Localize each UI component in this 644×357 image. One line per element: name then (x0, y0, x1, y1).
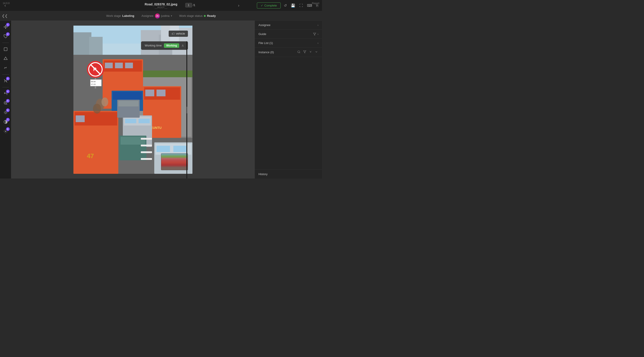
assignee-pill[interactable]: Ju justina ▾ (155, 14, 172, 18)
status-item: Work stage status Ready (179, 14, 216, 18)
complete-button[interactable]: ✓ Complete (257, 2, 281, 8)
svg-rect-46 (145, 90, 154, 96)
panel-resize-handle[interactable] (186, 41, 187, 178)
assignee-header-right: › (318, 24, 318, 27)
svg-rect-35 (76, 116, 85, 122)
assignee-header[interactable]: Assignee › (255, 21, 322, 30)
move-tool[interactable]: 1 (2, 23, 10, 31)
vehicle-tag-label: vehicle (176, 32, 185, 35)
instance-search-button[interactable] (297, 50, 301, 54)
main-layout: 1 2 (0, 21, 322, 178)
canvas-area: 47 SIGEUNTU (11, 21, 255, 178)
topbar-right: ✓ Complete ↺ 💾 ⛶ ⌨ ⎘ (257, 2, 319, 8)
save-icon[interactable]: 💾 (290, 2, 296, 8)
svg-point-9 (5, 112, 6, 114)
page-info: /1 (185, 3, 195, 8)
fullscreen-icon[interactable]: ⛶ (298, 3, 304, 8)
instance-section: Instance (0) (255, 48, 322, 57)
guide-section: Guide › (255, 30, 322, 38)
main-image[interactable]: 47 SIGEUNTU (74, 26, 192, 174)
avatar: Ju (155, 14, 160, 18)
instance-header-right (297, 50, 318, 54)
resize-grip (186, 107, 187, 114)
svg-point-75 (102, 98, 108, 106)
chevron-down-icon: ▾ (171, 14, 172, 17)
svg-marker-76 (313, 33, 316, 35)
filter-settings-tool[interactable]: 8 (2, 127, 10, 136)
polygon-tool[interactable] (2, 54, 10, 63)
status-value: Ready (207, 14, 216, 18)
status-dot-icon (204, 15, 206, 17)
page-input[interactable] (185, 3, 192, 8)
version-label: 14.0.0 (3, 2, 10, 4)
report-label: Report (312, 2, 319, 4)
svg-text:06-09: 06-09 (91, 80, 96, 83)
topbar: 14.0.0 Report ‹ Road_028378_02.jpeg __RO… (0, 0, 322, 11)
history-icon[interactable]: ↺ (283, 2, 288, 8)
root-label: __ROOT__ (155, 6, 167, 9)
polyline-tool[interactable] (2, 64, 10, 72)
zoom-tool[interactable]: 5 (2, 99, 10, 107)
status-label: Work stage status (179, 14, 202, 18)
guide-chevron-icon: › (318, 32, 318, 36)
fill-tool[interactable]: 3 (2, 77, 10, 85)
page-total: /1 (193, 3, 195, 7)
assignee-label: Assignee (142, 14, 153, 18)
next-button[interactable]: › (236, 2, 241, 9)
assignee-title: Assignee (258, 23, 270, 27)
svg-rect-55 (156, 146, 170, 152)
instance-header: Instance (0) (255, 48, 322, 57)
instance-settings-button[interactable] (308, 50, 312, 54)
file-list-header[interactable]: File List (1) › (255, 38, 322, 48)
collapse-sidebar-button[interactable]: ❮❮ (2, 14, 8, 18)
assignee-section: Assignee › (255, 21, 322, 30)
tool-badge-8: 8 (6, 127, 10, 131)
svg-line-16 (4, 114, 4, 114)
svg-line-13 (6, 114, 7, 114)
check-icon: ✓ (261, 4, 263, 7)
svg-marker-4 (4, 57, 7, 60)
tool-badge-6: 6 (6, 108, 10, 112)
rect-tool[interactable] (2, 45, 10, 53)
separator-1 (2, 43, 9, 43)
svg-point-77 (298, 51, 300, 53)
instance-filter-button[interactable] (303, 50, 307, 54)
filter-icon (313, 32, 316, 36)
svg-line-78 (300, 52, 300, 53)
svg-rect-56 (173, 146, 187, 152)
tool-badge-3: 3 (6, 77, 10, 80)
working-time-bar: Working time Working ∧ (141, 41, 188, 50)
guide-header-right: › (313, 32, 318, 36)
svg-rect-22 (74, 32, 92, 57)
assignee-name: justina (161, 14, 170, 18)
svg-rect-47 (156, 90, 166, 96)
right-panel: Assignee › Guide › File List (1) (255, 21, 322, 178)
guide-header[interactable]: Guide › (255, 30, 322, 38)
working-time-collapse-button[interactable]: ∧ (182, 43, 184, 48)
tool-badge-1: 1 (6, 23, 10, 26)
working-time-label: Working time (145, 44, 162, 47)
svg-rect-52 (138, 119, 150, 123)
brightness-tool[interactable]: 6 (2, 108, 10, 116)
instance-title: Instance (0) (258, 50, 274, 54)
gear-icon (309, 50, 312, 54)
contrast-tool[interactable]: 7 (2, 118, 10, 126)
undo-tool[interactable]: 4 (2, 90, 10, 98)
tag-tool[interactable]: 2 (2, 32, 10, 40)
history-section: History (255, 170, 322, 178)
svg-marker-79 (303, 51, 306, 53)
tool-badge-2: 2 (6, 32, 10, 36)
file-list-section: File List (1) › (255, 38, 322, 48)
separator-2 (2, 74, 9, 74)
svg-rect-32 (136, 70, 192, 77)
work-stage-item: Work stage Labeling (106, 14, 134, 18)
expand-icon (315, 50, 318, 54)
minimap-image (161, 154, 188, 170)
svg-rect-43 (113, 92, 142, 100)
guide-title: Guide (258, 32, 266, 36)
assignee-chevron-icon: › (318, 24, 318, 27)
svg-point-80 (310, 52, 311, 52)
svg-rect-64 (141, 158, 152, 160)
svg-rect-23 (89, 37, 102, 57)
instance-expand-button[interactable] (314, 50, 318, 54)
